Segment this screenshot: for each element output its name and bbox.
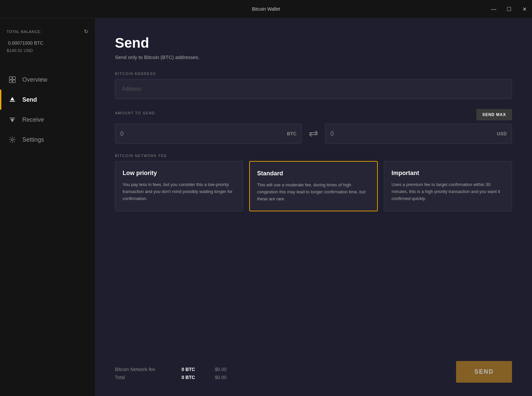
send-max-button[interactable]: SEND MAX (476, 109, 512, 120)
bitcoin-address-section: BITCOIN ADDRESS (115, 72, 512, 99)
total-btc: 0 BTC (182, 375, 208, 380)
swap-icon[interactable] (307, 127, 320, 140)
fee-card-low-title: Low priority (123, 170, 236, 177)
total-usd: $0.00 (215, 375, 227, 380)
balance-section: TOTAL BALANCE: ↻ 0.00071000BTC $140.31US… (0, 28, 95, 66)
svg-rect-6 (10, 118, 15, 118)
fee-card-standard[interactable]: Standard This will use a moderate fee, d… (249, 161, 378, 211)
fee-card-important[interactable]: Important Uses a premium fee to target c… (384, 161, 512, 211)
refresh-button[interactable]: ↻ (84, 28, 88, 35)
fee-summary: Bitcoin Network fee 0 BTC $0.00 Total 0 … (115, 367, 456, 383)
svg-rect-2 (13, 77, 15, 79)
amount-label: AMOUNT TO SEND (115, 111, 155, 115)
fee-card-low[interactable]: Low priority You pay less in fees, but y… (115, 161, 243, 211)
close-button[interactable]: ✕ (517, 0, 532, 18)
fee-label: BITCOIN NETWORK FEE (115, 154, 512, 158)
overview-label: Overview (22, 76, 47, 83)
main-content: Send Send only to Bitcoin (BTC) addresse… (95, 18, 532, 396)
sidebar-item-overview[interactable]: Overview (0, 70, 95, 90)
fee-card-important-title: Important (391, 170, 504, 177)
total-balance-label: TOTAL BALANCE: ↻ (7, 28, 88, 35)
sidebar: TOTAL BALANCE: ↻ 0.00071000BTC $140.31US… (0, 18, 95, 396)
fee-card-standard-title: Standard (257, 170, 370, 177)
maximize-button[interactable]: ☐ (501, 0, 517, 18)
network-fee-label: Bitcoin Network fee (115, 367, 175, 372)
svg-rect-1 (9, 80, 12, 83)
network-fee-usd: $0.00 (215, 367, 227, 372)
total-row: Total 0 BTC $0.00 (115, 375, 456, 380)
page-title: Send (115, 35, 512, 51)
svg-point-8 (11, 139, 13, 141)
network-fee-row: Bitcoin Network fee 0 BTC $0.00 (115, 367, 456, 372)
fee-card-standard-desc: This will use a moderate fee, during tim… (257, 182, 370, 202)
receive-icon (8, 116, 16, 124)
overview-icon (8, 76, 16, 84)
address-input[interactable] (115, 79, 512, 99)
svg-rect-0 (9, 77, 12, 79)
svg-rect-4 (10, 101, 15, 102)
send-button[interactable]: SEND (456, 361, 512, 383)
title-bar: Bitcoin Wallet — ☐ ✕ (0, 0, 532, 18)
usd-balance: $140.31USD (7, 48, 88, 53)
send-label: Send (22, 96, 37, 103)
usd-currency-label: USD (497, 131, 507, 136)
page-subtitle: Send only to Bitcoin (BTC) addresses. (115, 54, 512, 60)
btc-balance: 0.00071000BTC (7, 37, 88, 47)
settings-icon (8, 136, 16, 144)
usd-input[interactable] (330, 130, 497, 137)
usd-amount-field: USD (325, 124, 512, 144)
app-title: Bitcoin Wallet (252, 6, 280, 12)
sidebar-item-receive[interactable]: Receive (0, 110, 95, 130)
fee-card-low-desc: You pay less in fees, but you consider t… (123, 181, 236, 202)
window-controls: — ☐ ✕ (486, 0, 532, 18)
minimize-button[interactable]: — (486, 0, 501, 18)
send-icon (8, 96, 16, 104)
amount-header: AMOUNT TO SEND SEND MAX (115, 109, 512, 120)
fee-section: BITCOIN NETWORK FEE Low priority You pay… (115, 154, 512, 211)
btc-amount-field: BTC (115, 124, 302, 144)
app-container: TOTAL BALANCE: ↻ 0.00071000BTC $140.31US… (0, 18, 532, 396)
svg-rect-3 (13, 80, 15, 83)
total-label: Total (115, 375, 175, 380)
fee-card-important-desc: Uses a premium fee to target confirmatio… (391, 181, 504, 202)
settings-label: Settings (22, 136, 44, 143)
amount-section: AMOUNT TO SEND SEND MAX BTC USD (115, 109, 512, 144)
fee-options: Low priority You pay less in fees, but y… (115, 161, 512, 211)
svg-marker-5 (10, 97, 14, 100)
btc-currency-label: BTC (287, 131, 296, 136)
nav-menu: Overview Send (0, 66, 95, 396)
footer-section: Bitcoin Network fee 0 BTC $0.00 Total 0 … (115, 351, 512, 383)
btc-input[interactable] (120, 130, 287, 137)
sidebar-item-send[interactable]: Send (0, 90, 95, 110)
network-fee-btc: 0 BTC (182, 367, 208, 372)
sidebar-item-settings[interactable]: Settings (0, 130, 95, 150)
amount-row: BTC USD (115, 124, 512, 144)
svg-marker-7 (10, 119, 14, 122)
bitcoin-address-label: BITCOIN ADDRESS (115, 72, 512, 76)
receive-label: Receive (22, 116, 44, 123)
